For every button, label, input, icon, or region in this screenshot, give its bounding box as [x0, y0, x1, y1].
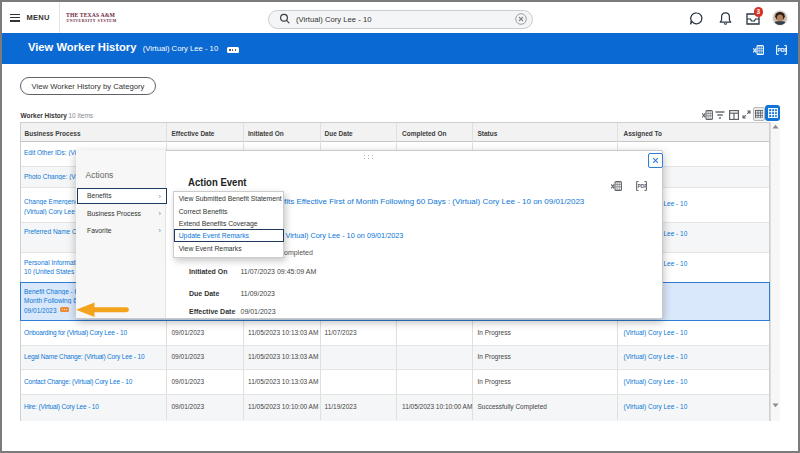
svg-text:PDF: PDF [637, 183, 647, 189]
svg-text:PDF: PDF [777, 47, 787, 53]
